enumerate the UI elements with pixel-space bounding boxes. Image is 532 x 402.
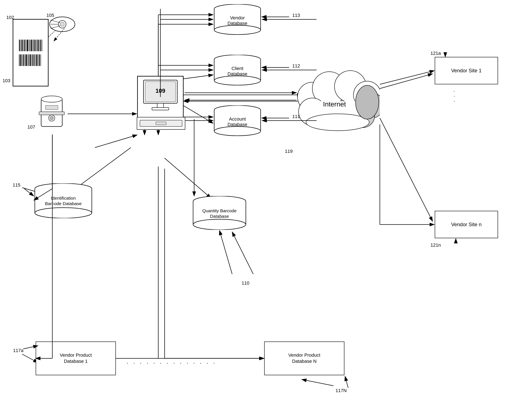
ref-112: 112 [292, 63, 300, 69]
svg-point-92 [214, 76, 261, 85]
svg-rect-34 [26, 40, 26, 51]
ref-121a: 121a [431, 51, 441, 56]
svg-point-75 [50, 117, 53, 119]
svg-rect-37 [30, 40, 30, 51]
svg-rect-31 [21, 40, 23, 51]
svg-rect-78 [157, 103, 164, 107]
scanner-device [37, 95, 66, 133]
vendor-site-n-label: Vendor Site n [451, 221, 481, 228]
svg-rect-50 [23, 54, 24, 66]
svg-rect-30 [20, 40, 21, 51]
vendor-product-db-n: Vendor ProductDatabase N [264, 341, 344, 375]
ref-121n: 121n [431, 242, 441, 248]
svg-rect-52 [25, 54, 27, 66]
svg-rect-57 [32, 54, 33, 66]
svg-text:Quantity Barcode: Quantity Barcode [202, 208, 237, 213]
svg-rect-158 [156, 122, 166, 125]
svg-rect-62 [39, 54, 40, 66]
svg-rect-45 [40, 40, 41, 51]
svg-rect-49 [22, 54, 22, 66]
svg-rect-56 [32, 54, 32, 66]
svg-point-113 [35, 208, 92, 218]
internet-cloud: Internet [295, 70, 380, 135]
ref-117N: 117N [336, 388, 347, 393]
vendor-product-db-1: Vendor ProductDatabase 1 [36, 341, 116, 375]
svg-rect-60 [36, 54, 37, 66]
svg-rect-55 [30, 54, 31, 66]
svg-line-16 [380, 74, 433, 88]
svg-text:Database: Database [228, 21, 247, 26]
quantity-barcode-database: Quantity Barcode Database [192, 196, 247, 230]
ref-117a: 117a [13, 348, 23, 353]
server-computer: 109 [137, 76, 184, 118]
svg-rect-48 [20, 54, 21, 66]
dots-between-vendor-dbs: . . . . . . . . . . . . . . [127, 358, 216, 365]
svg-rect-41 [35, 40, 36, 51]
svg-rect-44 [39, 40, 40, 51]
svg-text:Identification: Identification [51, 196, 76, 200]
svg-line-17 [380, 118, 433, 221]
svg-line-27 [302, 379, 333, 386]
barcode-reader [49, 16, 76, 33]
printer-box [137, 117, 185, 130]
svg-rect-29 [19, 40, 20, 51]
svg-rect-43 [38, 40, 39, 51]
svg-rect-51 [25, 54, 25, 66]
svg-rect-72 [39, 112, 64, 115]
svg-rect-59 [35, 54, 36, 66]
dots-vendor-sites: . . . [453, 91, 459, 103]
svg-point-99 [214, 126, 261, 136]
svg-point-71 [41, 96, 62, 102]
svg-text:Vendor: Vendor [230, 15, 245, 20]
svg-line-153 [345, 376, 348, 388]
svg-rect-73 [45, 105, 58, 110]
svg-rect-36 [29, 40, 29, 51]
svg-line-148 [24, 189, 34, 196]
svg-text:Client: Client [232, 66, 243, 71]
ref-115: 115 [13, 182, 20, 188]
svg-rect-61 [38, 54, 38, 66]
vendor-product-db-1-label: Vendor ProductDatabase 1 [60, 352, 92, 364]
svg-text:Database: Database [210, 214, 229, 219]
svg-rect-39 [33, 40, 33, 51]
svg-line-20 [165, 158, 211, 198]
vendor-database: Vendor Database [213, 4, 262, 35]
svg-line-21 [232, 232, 253, 274]
svg-text:Database: Database [228, 122, 247, 127]
svg-text:Account: Account [229, 116, 246, 122]
svg-rect-35 [27, 40, 28, 51]
vendor-product-db-n-label: Vendor ProductDatabase N [288, 352, 320, 364]
svg-text:Internet: Internet [323, 100, 346, 108]
svg-rect-63 [40, 54, 41, 66]
vendor-site-1-label: Vendor Site 1 [451, 67, 481, 74]
svg-rect-42 [37, 40, 37, 51]
ref-119: 119 [285, 148, 293, 154]
svg-line-137 [380, 71, 434, 84]
svg-point-125 [306, 114, 369, 131]
svg-line-151 [220, 230, 232, 274]
svg-rect-33 [24, 40, 25, 51]
svg-point-66 [60, 22, 64, 26]
svg-line-156 [95, 135, 137, 148]
svg-rect-79 [152, 107, 169, 110]
ref-110: 110 [242, 280, 249, 286]
client-database: Client Database [213, 55, 262, 85]
svg-rect-46 [42, 40, 42, 51]
svg-rect-38 [31, 40, 32, 51]
vendor-site-n: Vendor Site n [435, 211, 498, 238]
item-with-barcodes [13, 19, 49, 87]
svg-point-106 [193, 219, 246, 230]
svg-text:Barcode Database: Barcode Database [45, 201, 82, 206]
svg-rect-47 [19, 54, 20, 66]
svg-text:Database: Database [228, 71, 247, 76]
svg-rect-54 [28, 54, 29, 66]
ref-113: 113 [292, 13, 300, 18]
svg-rect-32 [23, 40, 24, 51]
svg-rect-53 [27, 54, 28, 66]
svg-point-126 [355, 85, 379, 119]
svg-text:109: 109 [156, 87, 165, 94]
svg-rect-58 [34, 54, 35, 66]
ref-103: 103 [3, 78, 10, 83]
vendor-site-1: Vendor Site 1 [435, 57, 498, 84]
svg-point-85 [214, 25, 261, 35]
